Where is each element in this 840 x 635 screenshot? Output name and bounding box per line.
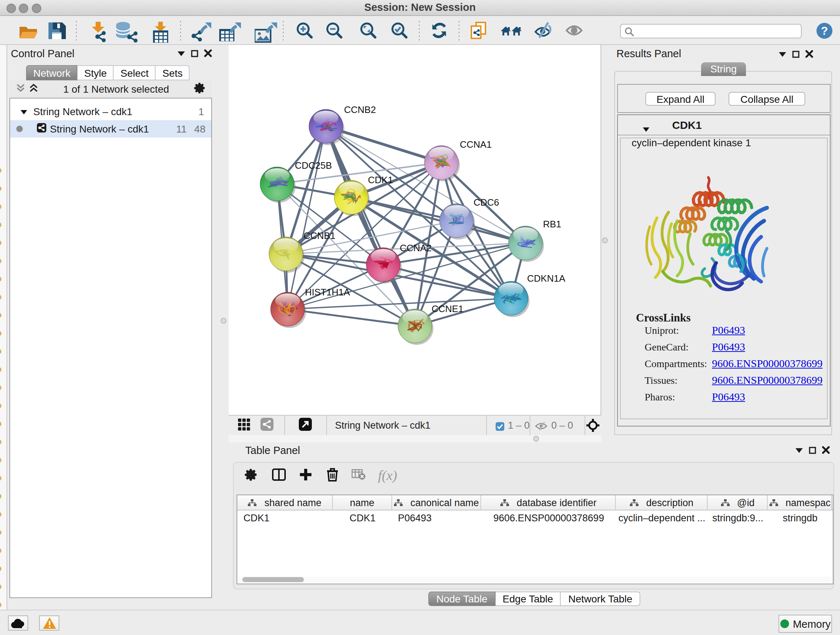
svg-text:CCNA1: CCNA1 [460,139,492,150]
svg-text:RB1: RB1 [543,219,561,230]
svg-text:CCNE1: CCNE1 [431,303,463,314]
svg-text:CDC6: CDC6 [474,197,499,208]
svg-text:CDK1: CDK1 [368,174,393,185]
svg-text:?: ? [821,24,828,37]
svg-text:CCNA2: CCNA2 [400,242,431,253]
svg-text:HIST1H1A: HIST1H1A [305,287,350,298]
svg-text:CCNB2: CCNB2 [344,104,376,115]
svg-text:CDC25B: CDC25B [295,160,332,171]
svg-text:CDKN1A: CDKN1A [527,273,565,284]
svg-text:CCNB1: CCNB1 [303,230,335,241]
